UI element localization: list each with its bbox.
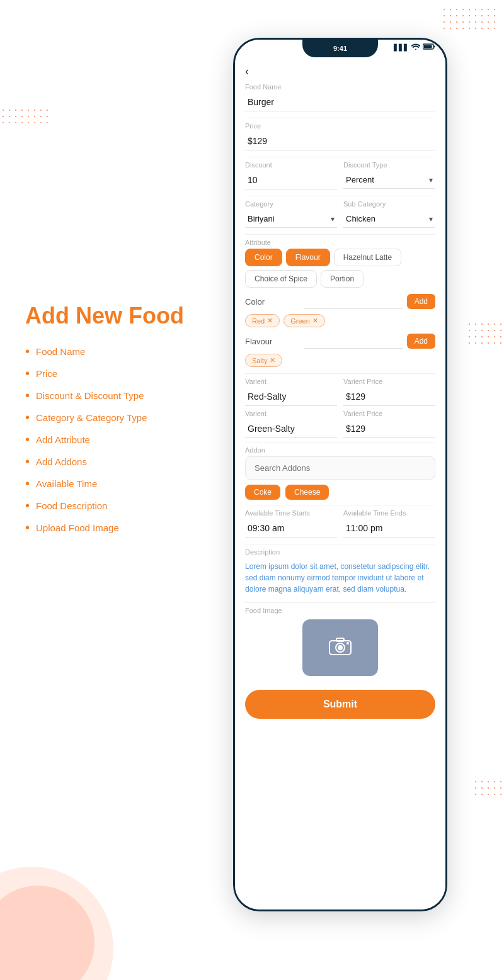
- divider-8: [245, 544, 435, 544]
- discount-type-select[interactable]: Percent Fixed: [343, 171, 435, 189]
- addon-tag-coke: Coke: [245, 485, 280, 500]
- addon-search-input[interactable]: [245, 456, 435, 480]
- color-tag-green: Green ✕: [284, 314, 325, 327]
- time-ends-input[interactable]: [343, 519, 435, 538]
- list-item-addons: Add Addons: [25, 454, 220, 469]
- panel-list: Food Name Price Discount & Discount Type…: [25, 344, 220, 535]
- discount-type-wrapper: Percent Fixed: [343, 171, 435, 189]
- divider-7: [245, 505, 435, 505]
- food-image-label: Food Image: [245, 607, 435, 614]
- time-ends-col: Available Time Ends: [343, 509, 435, 538]
- time-row: Available Time Starts Available Time End…: [245, 509, 435, 538]
- attribute-tabs: Color Flavour Hazelnut Latte Choice of S…: [245, 249, 435, 288]
- color-attr-row: Color Add Red ✕ Green ✕: [245, 294, 435, 330]
- color-tags: Red ✕ Green ✕: [245, 312, 435, 330]
- list-item-price: Price: [25, 366, 220, 381]
- variant-label-2: Varient: [245, 410, 337, 417]
- camera-icon: [329, 636, 352, 660]
- back-button[interactable]: ‹: [245, 65, 249, 78]
- flavour-tags: Salty ✕: [245, 351, 435, 369]
- description-text: Lorem ipsum dolor sit amet, consetetur s…: [245, 558, 435, 597]
- color-attr-header: Color Add: [245, 294, 435, 309]
- attr-tab-flavour[interactable]: Flavour: [286, 249, 330, 266]
- attr-tab-color[interactable]: Color: [245, 249, 282, 266]
- attr-tab-hazelnut[interactable]: Hazelnut Latte: [334, 249, 401, 266]
- food-image-section: Food Image: [235, 607, 445, 676]
- dots-decoration-br: [472, 779, 504, 797]
- list-item-category: Category & Category Type: [25, 410, 220, 425]
- price-label: Price: [245, 122, 435, 130]
- svg-point-5: [338, 645, 343, 650]
- variant-price-input-2[interactable]: [343, 420, 435, 438]
- flavour-attr-input[interactable]: [304, 334, 403, 349]
- divider-1: [245, 118, 435, 118]
- discount-col: Discount: [245, 161, 337, 189]
- list-item-food-name: Food Name: [25, 344, 220, 359]
- variant-price-label-2: Varient Price: [343, 410, 435, 417]
- discount-input[interactable]: [245, 171, 337, 189]
- variant-label-1: Varient: [245, 378, 337, 385]
- food-name-label: Food Name: [245, 83, 435, 91]
- submit-button[interactable]: Submit: [245, 690, 435, 719]
- wifi-icon: [411, 43, 420, 51]
- addon-tag-cheese: Cheese: [285, 485, 329, 500]
- time-section: Available Time Starts Available Time End…: [235, 509, 445, 538]
- list-item-discount: Discount & Discount Type: [25, 388, 220, 403]
- color-tag-red-remove[interactable]: ✕: [267, 317, 273, 325]
- food-name-section: Food Name: [235, 83, 445, 111]
- attr-tab-portion[interactable]: Portion: [321, 270, 364, 288]
- variant-input-1[interactable]: [245, 388, 337, 406]
- discount-type-label: Discount Type: [343, 161, 435, 169]
- price-section: Price: [235, 122, 445, 150]
- submit-section: Submit: [235, 684, 445, 731]
- variant-section: Varient Varient Price Varient Va: [235, 378, 445, 438]
- variant-price-label-1: Varient Price: [343, 378, 435, 385]
- divider-5: [245, 373, 435, 374]
- color-attr-input[interactable]: [304, 295, 403, 309]
- food-name-input[interactable]: [245, 93, 435, 111]
- left-info-panel: Add New Food Food Name Price Discount & …: [25, 302, 220, 543]
- category-label: Category: [245, 200, 337, 208]
- list-item-time: Available Time: [25, 476, 220, 491]
- variant-price-col-2: Varient Price: [343, 410, 435, 438]
- sub-category-col: Sub Category Chicken Beef Veg: [343, 200, 435, 228]
- variant-col-2: Varient: [245, 410, 337, 438]
- description-label: Description: [245, 548, 435, 556]
- color-attr-name: Color: [245, 297, 304, 307]
- dots-decoration-ml: [0, 107, 50, 123]
- variant-row-1: Varient Varient Price: [245, 378, 435, 406]
- phone-content: ‹ Food Name Price Discount D: [235, 60, 445, 910]
- description-section: Description Lorem ipsum dolor sit amet, …: [235, 548, 445, 597]
- list-item-attribute: Add Attribute: [25, 432, 220, 447]
- price-input[interactable]: [245, 132, 435, 150]
- discount-label: Discount: [245, 161, 337, 169]
- food-image-upload[interactable]: [302, 619, 378, 676]
- category-select[interactable]: Biriyani Pizza Burger: [245, 210, 337, 228]
- divider-6: [245, 442, 435, 442]
- color-add-button[interactable]: Add: [407, 294, 435, 309]
- sub-category-select[interactable]: Chicken Beef Veg: [343, 210, 435, 228]
- battery-icon: [423, 43, 435, 51]
- svg-rect-6: [336, 638, 344, 641]
- divider-9: [245, 602, 435, 603]
- svg-point-7: [346, 642, 349, 645]
- attr-tab-choice[interactable]: Choice of Spice: [245, 270, 317, 288]
- color-tag-green-remove[interactable]: ✕: [312, 317, 318, 325]
- divider-3: [245, 196, 435, 196]
- time-starts-input[interactable]: [245, 519, 337, 538]
- attribute-label: Attribute: [245, 239, 435, 246]
- dots-decoration-mr: [466, 321, 504, 346]
- attribute-section: Attribute Color Flavour Hazelnut Latte C…: [235, 239, 445, 369]
- variant-input-2[interactable]: [245, 420, 337, 438]
- flavour-attr-name: Flavour: [245, 337, 304, 346]
- flavour-tag-salty-remove[interactable]: ✕: [270, 356, 275, 364]
- notch-cutout: 9:41: [302, 40, 378, 57]
- discount-type-col: Discount Type Percent Fixed: [343, 161, 435, 189]
- flavour-add-button[interactable]: Add: [407, 334, 435, 349]
- divider-4: [245, 234, 435, 235]
- variant-price-input-1[interactable]: [343, 388, 435, 406]
- signal-icon: ▋▋▋: [394, 44, 409, 51]
- time-starts-label: Available Time Starts: [245, 509, 337, 517]
- phone-wrapper: 9:41 ▋▋▋: [233, 38, 447, 911]
- flavour-attr-row: Flavour Add Salty ✕: [245, 334, 435, 369]
